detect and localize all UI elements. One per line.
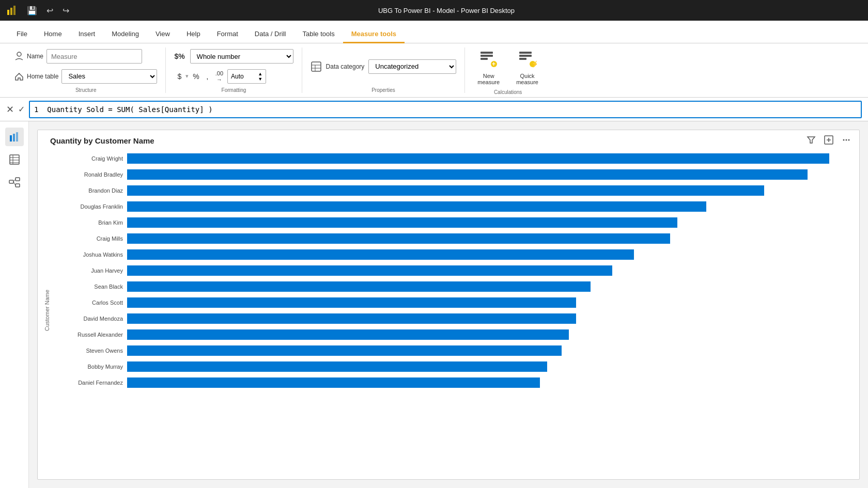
bar-row: Douglas Franklin [52,199,851,214]
svg-rect-4 [312,62,321,71]
bar-label: Daniel Fernandez [52,380,127,386]
comma-format-button[interactable]: ‚ [204,70,211,83]
tab-tabletools[interactable]: Table tools [294,26,343,43]
bar-label: Brandon Diaz [52,187,127,194]
sidebar-table-icon[interactable] [5,150,24,169]
bar-wrapper [127,185,851,196]
bar-label: Brian Kim [52,219,127,226]
bar-label: Joshua Watkins [52,251,127,258]
svg-line-30 [13,182,16,185]
more-options-button[interactable] [840,134,853,148]
tab-modeling[interactable]: Modeling [103,26,147,43]
bar [127,233,670,244]
svg-rect-2 [13,6,16,15]
ribbon-group-calculations: + Newmeasure ⚡ Quickmeasure Ca [465,48,551,93]
bar [127,153,829,164]
dollar-format-button[interactable]: $ [174,70,184,83]
undo-button[interactable]: ↩ [43,5,56,17]
svg-rect-13 [519,52,532,54]
bar-label: Douglas Franklin [52,203,127,210]
tab-home[interactable]: Home [36,26,70,43]
bar-label: Craig Wright [52,155,127,162]
data-category-row: Data category Uncategorized Address Web … [311,48,457,85]
svg-rect-10 [481,58,488,60]
bar-wrapper [127,265,851,276]
bar-chart: Craig Wright Ronald Bradley Brandon Diaz… [52,151,859,469]
ribbon: Name Home table Sales Structure $% Whole… [0,43,868,98]
tab-help[interactable]: Help [178,26,209,43]
svg-text:⚡: ⚡ [531,60,537,68]
quick-measure-button[interactable]: ⚡ Quickmeasure [512,48,542,87]
expand-button[interactable] [822,134,835,148]
ribbon-group-properties: Data category Uncategorized Address Web … [302,48,466,93]
decimal-format-button[interactable]: .00→ [212,70,226,83]
sidebar-report-icon[interactable] [5,128,24,146]
svg-rect-28 [16,184,20,187]
bar [127,377,540,388]
bar-wrapper [127,377,851,388]
chart-title: Quantity by Customer Name [38,136,859,151]
data-category-icon [311,61,322,72]
home-table-label: Home table [14,72,58,81]
bar-row: Russell Alexander [52,327,851,342]
svg-rect-9 [481,55,493,57]
bar-row: Steven Owens [52,343,851,358]
formula-cancel-button[interactable]: ✕ [6,104,14,115]
calculations-buttons-row: + Newmeasure ⚡ Quickmeasure [473,48,542,87]
ribbon-group-structure: Name Home table Sales Structure [6,48,166,93]
tab-view[interactable]: View [147,26,178,43]
tab-file[interactable]: File [8,26,36,43]
bar-row: Daniel Fernandez [52,375,851,390]
title-bar: 💾 ↩ ↪ UBG To Power BI - Model - Power BI… [0,0,868,21]
bar-label: Russell Alexander [52,332,127,338]
content-area: Quantity by Customer Name Customer Name … [29,121,868,488]
svg-point-35 [846,139,847,141]
format-select[interactable]: Whole number Decimal number Percentage [190,49,293,64]
bar-wrapper [127,313,851,324]
bar [127,185,764,196]
bar-row: Bobby Murray [52,359,851,374]
save-button[interactable]: 💾 [24,5,40,17]
svg-rect-18 [10,135,12,141]
new-measure-button[interactable]: + Newmeasure [473,48,504,87]
home-table-row: Home table Sales [14,68,157,86]
measure-name-input[interactable] [47,49,142,64]
home-icon [14,72,24,81]
tab-insert[interactable]: Insert [70,26,104,43]
filter-button[interactable] [804,134,818,148]
powerbi-logo-icon [6,5,18,16]
main-area: Quantity by Customer Name Customer Name … [0,121,868,488]
formatting-group-label: Formatting [174,85,293,93]
svg-point-36 [848,139,850,141]
bar [127,249,634,260]
new-measure-icon: + [479,50,498,71]
bar-row: Brandon Diaz [52,183,851,198]
redo-button[interactable]: ↪ [59,5,72,17]
svg-rect-20 [16,132,18,141]
sidebar-model-icon[interactable] [5,173,24,192]
bar-row: Craig Mills [52,231,851,246]
svg-point-34 [843,139,845,141]
data-category-select[interactable]: Uncategorized Address Web URL [368,59,456,74]
bar [127,201,706,212]
bar [127,313,576,324]
bar [127,361,547,372]
bar-row: Craig Wright [52,151,851,166]
bar-wrapper [127,361,851,372]
svg-rect-1 [10,8,12,15]
chart-area: Customer Name Craig Wright Ronald Bradle… [38,151,859,469]
bar-wrapper [127,153,851,164]
home-table-select[interactable]: Sales [61,69,157,84]
percent-format-button[interactable]: % [190,70,202,83]
formula-confirm-button[interactable]: ✓ [18,104,25,114]
decimal-places-input[interactable]: Auto ▲▼ [227,69,266,84]
formula-input[interactable] [29,101,862,118]
tab-measuretools[interactable]: Measure tools [343,26,405,43]
bar-label: Craig Mills [52,235,127,242]
tab-format[interactable]: Format [209,26,246,43]
bar-wrapper [127,281,851,292]
sidebar [0,121,29,488]
bar-wrapper [127,345,851,356]
bar-row: Juan Harvey [52,263,851,278]
tab-datadrill[interactable]: Data / Drill [246,26,295,43]
